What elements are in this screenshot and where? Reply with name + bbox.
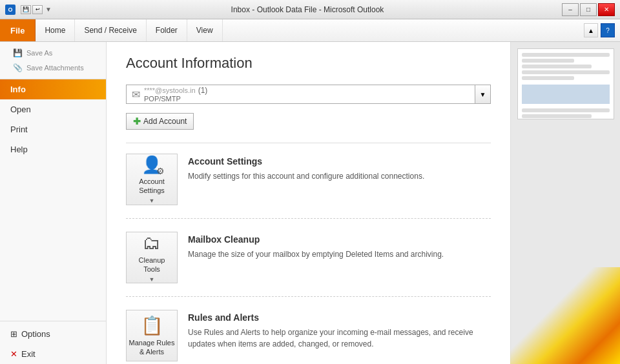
fake-line-5: [522, 76, 575, 80]
ribbon-up-btn[interactable]: ▲: [584, 23, 598, 37]
rules-title: Rules and Alerts: [188, 312, 491, 323]
account-settings-desc: Modify settings for this account and con…: [188, 170, 424, 182]
section-divider-top: [126, 143, 491, 143]
account-settings-dropdown-arrow: ▼: [149, 197, 155, 204]
sidebar-item-open[interactable]: Open: [0, 99, 106, 119]
fake-line-2: [522, 59, 575, 63]
cleanup-icon-label: CleanupTools: [139, 256, 165, 273]
sidebar-item-info[interactable]: Info: [0, 79, 106, 99]
content-area: Account Information ✉ ****@systools.in (…: [107, 42, 510, 364]
content-inner: Account Information ✉ ****@systools.in (…: [107, 42, 510, 364]
quick-dropdown-btn[interactable]: ▼: [44, 5, 53, 14]
preview-panel: [510, 42, 620, 364]
cleanup-text: Mailbox Cleanup Manage the size of your …: [188, 232, 444, 260]
account-count: (1): [198, 86, 208, 95]
preview-image: [517, 48, 614, 119]
view-tab[interactable]: View: [187, 19, 223, 41]
ribbon-help-btn[interactable]: ?: [601, 23, 615, 37]
exit-item[interactable]: ✕ Exit: [0, 344, 106, 364]
add-plus-icon: ✚: [133, 116, 141, 126]
sidebar-item-print[interactable]: Print: [0, 119, 106, 139]
account-type: POP/SMTP: [144, 95, 207, 103]
cleanup-icon-box[interactable]: 🗂 CleanupTools ▼: [126, 232, 178, 283]
folder-tab[interactable]: Folder: [147, 19, 187, 41]
fake-line-6: [522, 108, 610, 112]
preview-content: [518, 49, 614, 119]
window-title: Inbox - Outlook Data File - Microsoft Ou…: [53, 5, 562, 14]
app-icon: O: [5, 5, 16, 15]
rules-icon: 📋: [141, 315, 163, 336]
page-title: Account Information: [126, 55, 491, 72]
account-dropdown-arrow[interactable]: ▼: [475, 85, 491, 104]
cleanup-desc: Manage the size of your mailbox by empty…: [188, 248, 444, 260]
quick-save-btn[interactable]: 💾: [21, 5, 31, 14]
options-item[interactable]: ⊞ Options: [0, 324, 106, 344]
exit-icon: ✕: [10, 349, 17, 359]
account-settings-text: Account Settings Modify settings for thi…: [188, 154, 424, 182]
rules-text: Rules and Alerts Use Rules and Alerts to…: [188, 310, 491, 350]
cleanup-dropdown-arrow: ▼: [149, 276, 155, 283]
account-input-box[interactable]: ✉ ****@systools.in (1) POP/SMTP: [126, 85, 475, 104]
fake-line-1: [522, 53, 610, 57]
account-selector: ✉ ****@systools.in (1) POP/SMTP ▼: [126, 85, 491, 104]
mailbox-cleanup-card: 🗂 CleanupTools ▼ Mailbox Cleanup Manage …: [126, 232, 491, 297]
save-icon: 💾: [13, 48, 23, 57]
ribbon: File Home Send / Receive Folder View ▲ ?: [0, 19, 620, 42]
minimize-btn[interactable]: –: [562, 3, 579, 16]
cleanup-title: Mailbox Cleanup: [188, 234, 444, 245]
sidebar-item-help[interactable]: Help: [0, 139, 106, 159]
save-as-item[interactable]: 💾 Save As: [8, 46, 98, 60]
home-tab[interactable]: Home: [36, 19, 75, 41]
fake-line-3: [522, 65, 592, 68]
maximize-btn[interactable]: □: [580, 3, 597, 16]
account-settings-icon-box[interactable]: 👤 ⚙ AccountSettings ▼: [126, 154, 178, 205]
fake-line-4: [522, 70, 610, 74]
title-bar: O 💾 ↩ ▼ Inbox - Outlook Data File - Micr…: [0, 0, 620, 19]
sidebar: 💾 Save As 📎 Save Attachments Info Open P…: [0, 42, 107, 364]
cleanup-icon: 🗂: [143, 232, 161, 254]
add-account-label: Add Account: [143, 117, 187, 126]
account-email: ****@systools.in: [144, 86, 196, 94]
rules-icon-box[interactable]: 📋 Manage Rules& Alerts: [126, 310, 178, 361]
add-account-button[interactable]: ✚ Add Account: [126, 113, 194, 130]
rules-icon-label: Manage Rules& Alerts: [129, 339, 175, 356]
file-tab[interactable]: File: [0, 19, 36, 41]
send-receive-tab[interactable]: Send / Receive: [75, 19, 146, 41]
main-layout: 💾 Save As 📎 Save Attachments Info Open P…: [0, 42, 620, 364]
attachment-icon: 📎: [13, 63, 23, 72]
window-controls: – □ ✕: [562, 3, 615, 16]
save-attachments-item[interactable]: 📎 Save Attachments: [8, 61, 98, 75]
account-settings-icon-label: AccountSettings: [139, 177, 165, 194]
account-envelope-icon: ✉: [132, 88, 140, 101]
options-icon: ⊞: [10, 329, 17, 339]
fake-line-7: [522, 114, 592, 118]
rules-alerts-card: 📋 Manage Rules& Alerts Rules and Alerts …: [126, 310, 491, 364]
ribbon-right: ▲ ?: [579, 19, 620, 41]
rules-desc: Use Rules and Alerts to help organize yo…: [188, 327, 491, 350]
fake-preview-blue: [522, 85, 610, 104]
sidebar-bottom: ⊞ Options ✕ Exit: [0, 318, 106, 364]
account-settings-title: Account Settings: [188, 156, 424, 167]
quick-undo-btn[interactable]: ↩: [32, 5, 43, 14]
account-settings-icon: 👤 ⚙: [141, 155, 162, 175]
decorative-gradient: [510, 267, 620, 364]
close-btn[interactable]: ✕: [598, 3, 615, 16]
account-settings-card: 👤 ⚙ AccountSettings ▼ Account Settings M…: [126, 154, 491, 219]
